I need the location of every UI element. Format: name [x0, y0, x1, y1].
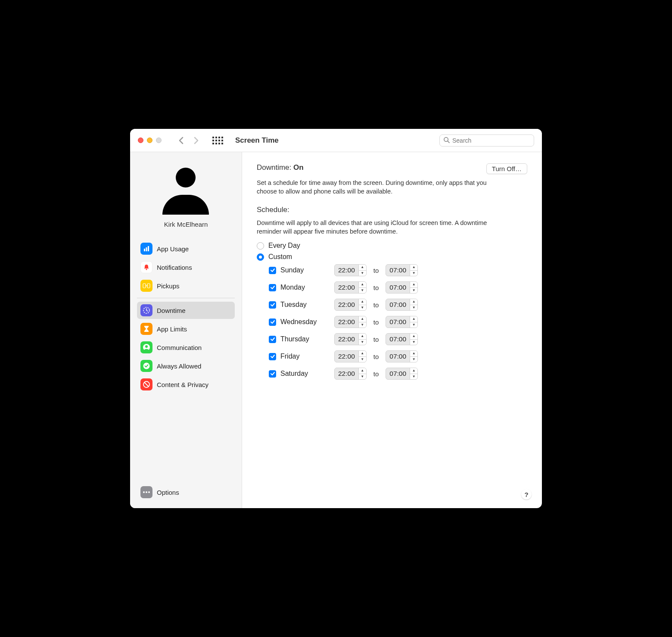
sidebar-item-app-usage[interactable]: App Usage	[137, 240, 235, 257]
zoom-button[interactable]	[156, 137, 162, 143]
sidebar-item-communication[interactable]: Communication	[137, 339, 235, 356]
back-button[interactable]	[174, 134, 187, 147]
minimize-button[interactable]	[147, 137, 152, 143]
stepper-down[interactable]: ▼	[410, 305, 417, 311]
from-time-input[interactable]: 22:00▲▼	[334, 264, 367, 276]
from-time-input[interactable]: 22:00▲▼	[334, 316, 367, 328]
stepper: ▲▼	[410, 351, 417, 362]
sidebar: Kirk McElhearn App UsageNotificationsPic…	[130, 152, 242, 508]
time-value: 07:00	[386, 282, 410, 293]
sidebar-item-pickups[interactable]: Pickups	[137, 277, 235, 294]
titlebar: Screen Time	[130, 129, 542, 152]
sidebar-item-downtime[interactable]: Downtime	[137, 302, 235, 319]
day-checkbox[interactable]	[269, 267, 276, 274]
stepper-down[interactable]: ▼	[359, 271, 366, 276]
stepper-up[interactable]: ▲	[410, 316, 417, 322]
stepper-up[interactable]: ▲	[410, 282, 417, 288]
stepper-down[interactable]: ▼	[359, 288, 366, 294]
day-checkbox[interactable]	[269, 318, 276, 326]
svg-rect-7	[147, 284, 150, 288]
stepper-down[interactable]: ▼	[359, 322, 366, 328]
time-value: 22:00	[335, 334, 358, 345]
time-value: 22:00	[335, 299, 358, 310]
svg-point-15	[146, 491, 147, 493]
close-button[interactable]	[138, 137, 143, 143]
time-value: 07:00	[386, 316, 410, 328]
search-field[interactable]	[439, 134, 534, 147]
day-checkbox[interactable]	[269, 301, 276, 309]
stepper-down[interactable]: ▼	[359, 305, 366, 311]
profile: Kirk McElhearn	[137, 165, 235, 228]
help-button[interactable]: ?	[521, 489, 532, 500]
stepper: ▲▼	[358, 351, 366, 362]
turn-off-button[interactable]: Turn Off…	[486, 163, 527, 174]
stepper-up[interactable]: ▲	[410, 351, 417, 357]
stepper-down[interactable]: ▼	[410, 374, 417, 380]
stepper-up[interactable]: ▲	[410, 299, 417, 305]
stepper-up[interactable]: ▲	[410, 368, 417, 374]
stepper-up[interactable]: ▲	[359, 351, 366, 357]
sidebar-item-label: Pickups	[157, 282, 180, 290]
stepper-down[interactable]: ▼	[359, 374, 366, 380]
stepper-up[interactable]: ▲	[359, 334, 366, 340]
sidebar-item-content-privacy[interactable]: Content & Privacy	[137, 376, 235, 393]
from-time-input[interactable]: 22:00▲▼	[334, 350, 367, 362]
to-time-input[interactable]: 07:00▲▼	[386, 316, 418, 328]
stepper-down[interactable]: ▼	[410, 357, 417, 362]
stepper: ▲▼	[358, 265, 366, 276]
clock-icon	[140, 304, 152, 316]
from-time-input[interactable]: 22:00▲▼	[334, 281, 367, 294]
day-label: Tuesday	[280, 301, 330, 309]
to-time-input[interactable]: 07:00▲▼	[386, 350, 418, 362]
time-value: 07:00	[386, 265, 410, 276]
stepper: ▲▼	[410, 265, 417, 276]
forward-button[interactable]	[190, 134, 203, 147]
to-time-input[interactable]: 07:00▲▼	[386, 333, 418, 345]
from-time-input[interactable]: 22:00▲▼	[334, 333, 367, 345]
from-time-input[interactable]: 22:00▲▼	[334, 368, 367, 380]
sidebar-item-options[interactable]: Options	[137, 484, 235, 501]
to-time-input[interactable]: 07:00▲▼	[386, 299, 418, 311]
system-preferences-window: Screen Time Kirk McElhearn App UsageNoti…	[130, 129, 542, 508]
svg-line-13	[144, 382, 149, 387]
day-checkbox[interactable]	[269, 284, 276, 291]
stepper: ▲▼	[358, 316, 366, 328]
stepper-up[interactable]: ▲	[410, 334, 417, 340]
stepper-down[interactable]: ▼	[410, 271, 417, 276]
radio-label: Custom	[268, 253, 292, 261]
stepper-down[interactable]: ▼	[410, 322, 417, 328]
sidebar-item-label: Always Allowed	[157, 362, 201, 370]
day-checkbox[interactable]	[269, 353, 276, 360]
stepper-up[interactable]: ▲	[359, 368, 366, 374]
custom-radio[interactable]: Custom	[257, 253, 527, 261]
stepper-down[interactable]: ▼	[359, 357, 366, 362]
sidebar-item-app-limits[interactable]: App Limits	[137, 320, 235, 337]
stepper-up[interactable]: ▲	[359, 282, 366, 288]
day-checkbox[interactable]	[269, 336, 276, 343]
time-value: 22:00	[335, 368, 358, 379]
show-all-preferences-button[interactable]	[212, 137, 223, 144]
sidebar-item-always-allowed[interactable]: Always Allowed	[137, 357, 235, 375]
schedule-description: Downtime will apply to all devices that …	[257, 219, 507, 236]
day-checkbox[interactable]	[269, 370, 276, 378]
to-time-input[interactable]: 07:00▲▼	[386, 281, 418, 294]
stepper-down[interactable]: ▼	[410, 288, 417, 294]
stepper-up[interactable]: ▲	[410, 265, 417, 271]
every-day-radio[interactable]: Every Day	[257, 242, 527, 250]
sidebar-item-label: Communication	[157, 344, 202, 351]
to-time-input[interactable]: 07:00▲▼	[386, 264, 418, 276]
to-time-input[interactable]: 07:00▲▼	[386, 368, 418, 380]
search-input[interactable]	[452, 137, 530, 144]
stepper-down[interactable]: ▼	[359, 340, 366, 345]
stepper-down[interactable]: ▼	[410, 340, 417, 345]
stepper-up[interactable]: ▲	[359, 265, 366, 271]
stepper-up[interactable]: ▲	[359, 316, 366, 322]
stepper-up[interactable]: ▲	[359, 299, 366, 305]
no-entry-icon	[140, 378, 152, 390]
sidebar-list: App UsageNotificationsPickupsDowntimeApp…	[137, 240, 235, 394]
stepper: ▲▼	[358, 334, 366, 345]
from-time-input[interactable]: 22:00▲▼	[334, 299, 367, 311]
stepper: ▲▼	[410, 299, 417, 310]
to-label: to	[373, 267, 379, 274]
sidebar-item-notifications[interactable]: Notifications	[137, 259, 235, 276]
